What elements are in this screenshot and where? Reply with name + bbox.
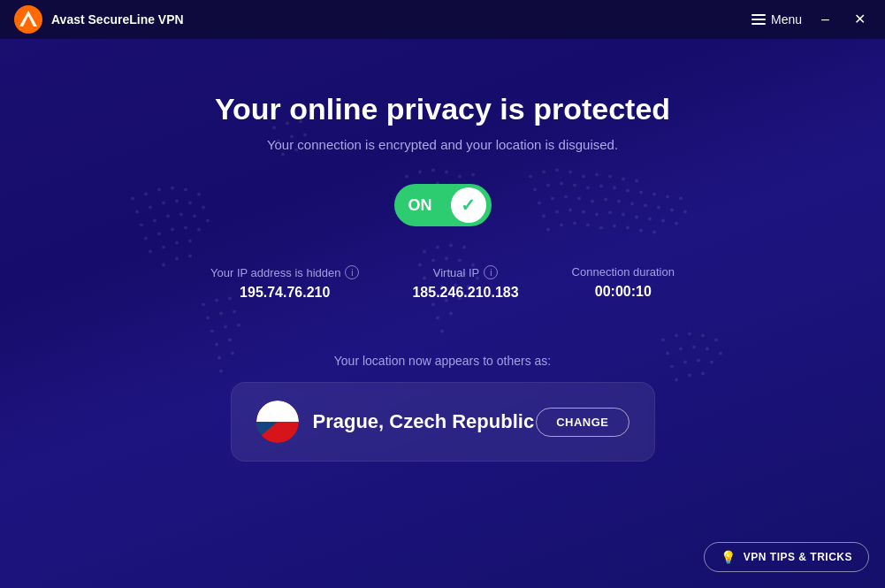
- menu-button[interactable]: Menu: [751, 12, 802, 27]
- country-flag-icon: [256, 401, 299, 443]
- hamburger-icon: [751, 14, 766, 25]
- toggle-container[interactable]: ON ✓: [394, 184, 492, 226]
- virtual-ip-label: Virtual IP: [433, 266, 480, 279]
- change-location-button[interactable]: CHANGE: [536, 408, 629, 437]
- app-title: Avast SecureLine VPN: [51, 12, 184, 27]
- sub-title: Your connection is encrypted and your lo…: [267, 137, 618, 152]
- toggle-circle: ✓: [451, 187, 486, 223]
- vpn-tips-label: VPN TIPS & TRICKS: [744, 551, 852, 563]
- location-section: Your location now appears to others as: …: [231, 354, 655, 462]
- ip-hidden-value: 195.74.76.210: [240, 285, 330, 301]
- location-left: Prague, Czech Republic: [256, 401, 535, 443]
- duration-label: Connection duration: [572, 265, 675, 279]
- menu-label: Menu: [771, 12, 802, 27]
- location-label: Your location now appears to others as:: [334, 354, 551, 368]
- duration-value: 00:00:10: [595, 284, 652, 300]
- location-city: Prague, Czech Republic: [313, 410, 535, 433]
- stat-ip-hidden: Your IP address is hidden i 195.74.76.21…: [210, 265, 359, 301]
- title-bar-right: Menu – ✕: [751, 9, 871, 30]
- title-bar-left: Avast SecureLine VPN: [14, 5, 184, 34]
- vpn-tips-button[interactable]: 💡 VPN TIPS & TRICKS: [704, 542, 869, 572]
- toggle-check-icon: ✓: [461, 195, 476, 216]
- virtual-ip-info-icon[interactable]: i: [484, 265, 498, 279]
- stat-virtual-ip: Virtual IP i 185.246.210.183: [412, 265, 518, 301]
- title-bar: Avast SecureLine VPN Menu – ✕: [0, 0, 885, 39]
- ip-hidden-info-icon[interactable]: i: [345, 265, 359, 279]
- bulb-icon: 💡: [721, 550, 736, 564]
- stats-row: Your IP address is hidden i 195.74.76.21…: [210, 265, 675, 301]
- avast-logo-icon: [14, 5, 42, 34]
- toggle-label: ON: [400, 196, 432, 215]
- virtual-ip-value: 185.246.210.183: [412, 285, 518, 301]
- vpn-toggle[interactable]: ON ✓: [394, 184, 492, 226]
- location-card: Prague, Czech Republic CHANGE: [231, 382, 655, 462]
- main-title: Your online privacy is protected: [215, 92, 670, 126]
- close-button[interactable]: ✕: [849, 9, 871, 30]
- main-area: Your online privacy is protected Your co…: [0, 39, 885, 588]
- main-content: Your online privacy is protected Your co…: [0, 39, 885, 462]
- minimize-button[interactable]: –: [816, 9, 835, 30]
- stat-connection-duration: Connection duration 00:00:10: [572, 265, 675, 300]
- ip-hidden-label: Your IP address is hidden: [210, 266, 340, 279]
